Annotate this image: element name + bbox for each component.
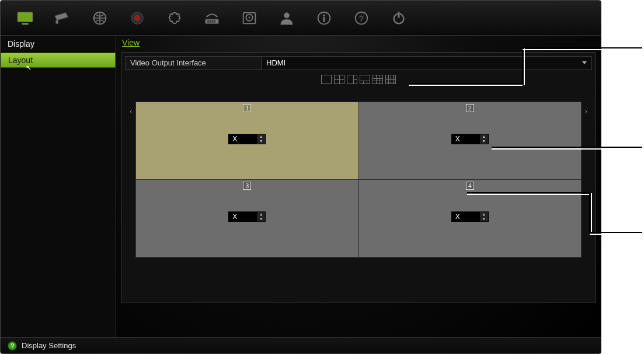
tab-view[interactable]: View [121, 37, 141, 48]
svg-rect-1 [22, 23, 28, 25]
network-icon[interactable] [203, 9, 221, 27]
status-text: Display Settings [22, 341, 76, 350]
top-toolbar: ? [1, 1, 601, 36]
mouse-cursor-icon: ↖ [26, 64, 32, 72]
layout-1-5-icon[interactable] [347, 75, 357, 84]
svg-rect-0 [18, 12, 33, 22]
user-icon[interactable] [277, 9, 296, 27]
svg-point-13 [249, 16, 250, 18]
help-toolbar-icon[interactable]: ? [352, 9, 371, 27]
output-interface-label: Video Output Interface [125, 56, 262, 70]
layout-4x4-icon[interactable] [385, 75, 396, 84]
hdd-icon[interactable] [240, 9, 259, 27]
spinner-icon[interactable]: ▲▼ [480, 134, 488, 144]
layout-cell-4[interactable]: 4 X ▲▼ [359, 180, 582, 257]
output-interface-value: HDMI [266, 58, 286, 67]
layout-cell-2[interactable]: 2 X ▲▼ [359, 102, 582, 179]
power-icon[interactable] [389, 9, 408, 27]
svg-rect-2 [56, 20, 58, 23]
cell-channel-select[interactable]: X ▲▼ [451, 134, 489, 144]
layout-3x3-icon[interactable] [373, 75, 383, 84]
cell-number: 3 [243, 182, 251, 190]
cell-channel-value: X [229, 212, 257, 221]
monitor-icon[interactable] [16, 9, 34, 27]
status-bar: ? Display Settings [1, 337, 601, 353]
layout-mode-bar [125, 75, 592, 86]
cell-number: 2 [466, 104, 474, 112]
cell-channel-select[interactable]: X ▲▼ [228, 211, 266, 222]
layout-1-7-icon[interactable] [360, 75, 370, 84]
layout-cell-3[interactable]: 3 X ▲▼ [136, 180, 358, 257]
cell-number: 1 [243, 104, 251, 112]
svg-text:?: ? [359, 13, 363, 22]
camera-icon[interactable] [53, 9, 72, 27]
output-interface-select[interactable]: HDMI [262, 56, 592, 70]
record-icon[interactable] [128, 9, 147, 27]
svg-rect-9 [212, 20, 213, 22]
svg-rect-7 [208, 20, 209, 22]
svg-rect-21 [398, 12, 400, 17]
svg-rect-10 [214, 20, 215, 22]
help-icon[interactable]: ? [8, 341, 17, 350]
sidebar: Display Layout ↖ [1, 36, 116, 337]
info-icon[interactable] [315, 9, 333, 27]
globe-icon[interactable] [90, 9, 109, 27]
cell-number: 4 [466, 182, 474, 190]
svg-point-14 [284, 12, 289, 18]
cell-channel-select[interactable]: X ▲▼ [228, 134, 266, 144]
svg-rect-8 [210, 20, 211, 22]
layout-1x1-icon[interactable] [321, 75, 332, 84]
svg-point-5 [134, 15, 140, 20]
cell-channel-value: X [452, 134, 480, 144]
layout-cell-1[interactable]: 1 X ▲▼ [136, 102, 358, 179]
spinner-icon[interactable]: ▲▼ [480, 212, 488, 221]
tab-bar: View [120, 36, 601, 50]
cell-channel-value: X [229, 134, 257, 144]
spinner-icon[interactable]: ▲▼ [257, 212, 265, 221]
layout-2x2-icon[interactable] [334, 75, 344, 84]
next-page-button[interactable]: › [584, 106, 587, 116]
prev-page-button[interactable]: ‹ [130, 106, 133, 116]
alarm-icon[interactable] [165, 9, 184, 27]
spinner-icon[interactable]: ▲▼ [257, 134, 265, 144]
layout-grid: 1 X ▲▼ 2 X ▲▼ [135, 102, 582, 258]
svg-rect-17 [323, 17, 325, 22]
svg-point-16 [323, 14, 325, 16]
sidebar-heading: Display [1, 36, 116, 52]
view-panel: Video Output Interface HDMI ‹ › [121, 52, 596, 303]
sidebar-item-layout[interactable]: Layout ↖ [1, 53, 116, 68]
cell-channel-value: X [452, 212, 480, 221]
cell-channel-select[interactable]: X ▲▼ [451, 211, 489, 222]
